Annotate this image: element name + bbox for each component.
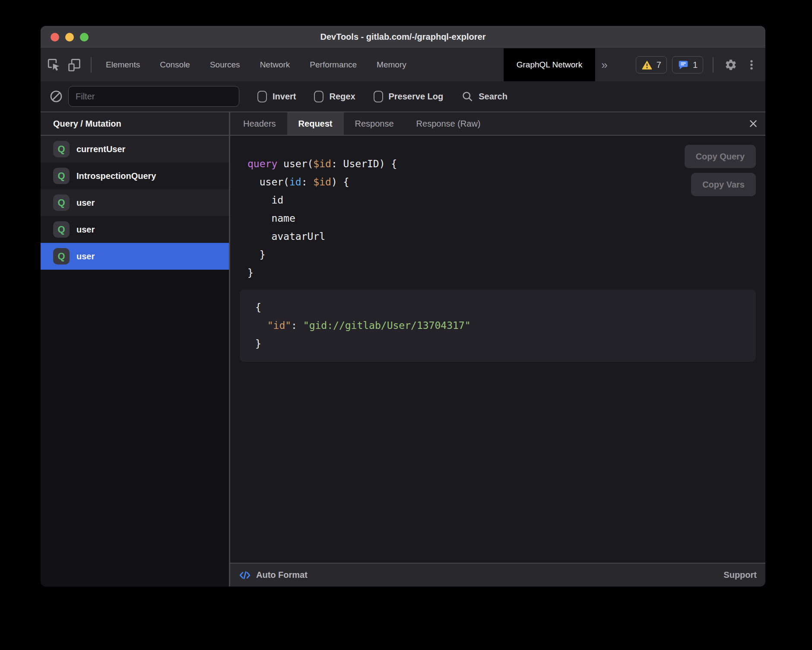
variables-code: { "id": "gid://gitlab/User/13704317"}: [255, 298, 756, 353]
close-window-button[interactable]: [51, 33, 59, 41]
query-name: currentUser: [76, 144, 125, 154]
devtools-tab-elements[interactable]: Elements: [96, 48, 150, 81]
query-type-badge: Q: [53, 168, 70, 184]
copy-query-button[interactable]: Copy Query: [685, 145, 756, 168]
query-sidebar: Query / Mutation QcurrentUserQIntrospect…: [41, 112, 230, 586]
settings-gear-icon[interactable]: [723, 56, 739, 73]
message-bubble-icon: [678, 59, 689, 70]
auto-format-label: Auto Format: [256, 570, 308, 580]
sidebar-header: Query / Mutation: [41, 112, 229, 136]
search-icon: [461, 90, 473, 102]
query-list-item[interactable]: Quser: [41, 243, 229, 270]
query-name: user: [76, 225, 95, 235]
support-link[interactable]: Support: [723, 570, 757, 580]
variables-box: { "id": "gid://gitlab/User/13704317"}: [240, 290, 756, 362]
checkbox-label: Invert: [273, 92, 296, 102]
titlebar: DevTools - gitlab.com/-/graphql-explorer: [41, 26, 765, 48]
auto-format-button[interactable]: Auto Format: [239, 569, 308, 581]
warning-triangle-icon: [641, 59, 653, 70]
query-name: user: [76, 198, 95, 208]
more-tabs-chevron[interactable]: »: [601, 48, 607, 81]
copy-buttons: Copy Query Copy Vars: [685, 145, 756, 196]
filter-input[interactable]: [68, 86, 239, 107]
code-line: }: [255, 335, 756, 353]
close-panel-icon[interactable]: [748, 112, 758, 135]
checkbox-invert[interactable]: Invert: [257, 91, 296, 102]
issues-count: 1: [693, 60, 698, 70]
warning-count: 7: [657, 60, 661, 70]
devtools-tab-console[interactable]: Console: [150, 48, 200, 81]
clear-icon[interactable]: [48, 89, 64, 104]
search-label: Search: [479, 92, 508, 102]
devtools-toolbar: ElementsConsoleSourcesNetworkPerformance…: [41, 48, 765, 81]
detail-tabs-row: HeadersRequestResponseResponse (Raw): [230, 112, 765, 136]
devtools-tab-memory[interactable]: Memory: [367, 48, 416, 81]
issues-badge[interactable]: 1: [672, 56, 703, 73]
detail-tab-strip: HeadersRequestResponseResponse (Raw): [232, 112, 492, 135]
query-name: user: [76, 252, 95, 261]
devtools-tab-sources[interactable]: Sources: [200, 48, 250, 81]
minimize-window-button[interactable]: [65, 33, 74, 41]
panel-tab-request[interactable]: Request: [287, 112, 344, 135]
warnings-badge[interactable]: 7: [636, 56, 667, 73]
query-list-item[interactable]: QIntrospectionQuery: [41, 162, 229, 189]
code-line: }: [247, 245, 765, 264]
checkbox-box-regex[interactable]: [314, 91, 324, 102]
toolbar-divider: [91, 57, 92, 73]
checkbox-label: Regex: [329, 92, 355, 102]
checkbox-box-invert[interactable]: [257, 91, 267, 102]
filter-toolbar: InvertRegexPreserve Log Search: [41, 81, 765, 112]
panel-tab-response-raw[interactable]: Response (Raw): [405, 112, 492, 135]
checkbox-regex[interactable]: Regex: [314, 91, 355, 102]
devtools-tab-performance[interactable]: Performance: [300, 48, 367, 81]
code-line: {: [255, 298, 756, 316]
query-list-item[interactable]: Quser: [41, 189, 229, 216]
checkbox-box-preserve-log[interactable]: [374, 91, 383, 102]
kebab-menu-icon[interactable]: [744, 56, 759, 73]
devtools-window: DevTools - gitlab.com/-/graphql-explorer…: [41, 26, 765, 586]
search-control[interactable]: Search: [461, 90, 508, 102]
maximize-window-button[interactable]: [80, 33, 89, 41]
query-list-item[interactable]: QcurrentUser: [41, 136, 229, 162]
query-type-badge: Q: [53, 221, 70, 238]
device-toolbar-icon[interactable]: [66, 56, 83, 73]
toolbar-left-icons: [45, 48, 96, 81]
code-line: avatarUrl: [247, 227, 765, 245]
filter-checkboxes: InvertRegexPreserve Log: [257, 91, 443, 102]
window-title: DevTools - gitlab.com/-/graphql-explorer: [41, 32, 765, 42]
code-line: }: [247, 264, 765, 282]
query-type-badge: Q: [53, 141, 70, 157]
detail-footer: Auto Format Support: [230, 563, 765, 586]
inspect-element-icon[interactable]: [45, 56, 62, 73]
toolbar-right-icons: 7 1: [636, 48, 759, 81]
code-line: name: [247, 209, 765, 227]
query-list-item[interactable]: Quser: [41, 216, 229, 243]
window-controls: [51, 26, 89, 48]
devtools-tab-network[interactable]: Network: [250, 48, 300, 81]
toolbar-divider: [713, 57, 714, 73]
code-line: "id": "gid://gitlab/User/13704317": [255, 316, 756, 335]
code-format-icon: [239, 569, 251, 581]
detail-panel: HeadersRequestResponseResponse (Raw) Cop…: [230, 112, 765, 586]
panel-tab-response[interactable]: Response: [344, 112, 405, 135]
main-split: Query / Mutation QcurrentUserQIntrospect…: [41, 112, 765, 586]
request-content: Copy Query Copy Vars query user($id: Use…: [230, 136, 765, 563]
query-name: IntrospectionQuery: [76, 171, 156, 181]
query-type-badge: Q: [53, 248, 70, 264]
query-type-badge: Q: [53, 194, 70, 211]
panel-tab-headers[interactable]: Headers: [232, 112, 287, 135]
checkbox-label: Preserve Log: [389, 92, 444, 102]
query-list: QcurrentUserQIntrospectionQueryQuserQuse…: [41, 136, 229, 270]
devtools-tab-strip: ElementsConsoleSourcesNetworkPerformance…: [96, 48, 595, 81]
devtools-tab-graphql-network[interactable]: GraphQL Network: [504, 48, 595, 81]
copy-vars-button[interactable]: Copy Vars: [691, 173, 756, 196]
checkbox-preserve-log[interactable]: Preserve Log: [374, 91, 444, 102]
